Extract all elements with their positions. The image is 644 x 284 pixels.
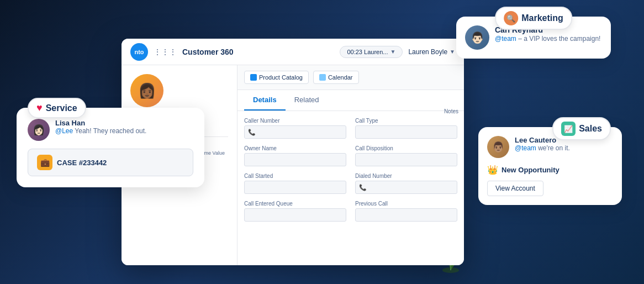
previous-call-label: Previous Call bbox=[355, 201, 457, 207]
marketing-badge: 🔍 Marketing bbox=[495, 7, 572, 30]
sales-badge-label: Sales bbox=[579, 124, 602, 134]
search-icon: 🔍 bbox=[504, 11, 518, 25]
service-card: ♥ Service 👩🏻 Lisa Han @Lee Yeah! They re… bbox=[17, 108, 204, 187]
call-started-label: Call Started bbox=[244, 173, 346, 179]
caller-number-field: Caller Number 📞 bbox=[244, 118, 346, 139]
calendar-icon bbox=[319, 74, 326, 81]
carl-avatar: 👨🏻 bbox=[465, 25, 489, 50]
dialed-number-field: Dialed Number 📞 bbox=[355, 173, 457, 194]
call-started-field: Call Started bbox=[244, 173, 346, 194]
opportunity-row: 👑 New Opportunity bbox=[487, 165, 613, 175]
lee-message-text: we're on it. bbox=[538, 144, 570, 152]
carl-message-text: – a VIP loves the campaign! bbox=[518, 35, 600, 43]
chevron-down-icon: ▼ bbox=[450, 49, 455, 55]
call-entered-queue-field: Call Entered Queue bbox=[244, 201, 346, 222]
caller-number-input[interactable]: 📞 bbox=[244, 125, 346, 139]
service-message-content: Lisa Han @Lee Yeah! They reached out. bbox=[55, 119, 146, 135]
phone-icon: 📞 bbox=[248, 129, 256, 136]
lisa-name: Lisa Han bbox=[55, 119, 146, 127]
crown-icon: 👑 bbox=[487, 165, 498, 175]
carl-message: @team – a VIP loves the campaign! bbox=[495, 34, 600, 44]
chevron-down-icon: ▼ bbox=[390, 49, 395, 55]
lisa-message-text: Yeah! They reached out. bbox=[75, 127, 146, 135]
phone-icon-2: 📞 bbox=[359, 184, 367, 191]
call-status-text: 00:23 Lauren... bbox=[347, 49, 388, 55]
lee-message: @team we're on it. bbox=[515, 144, 570, 152]
product-catalog-label: Product Catalog bbox=[259, 74, 303, 81]
service-badge: ♥ Service bbox=[28, 98, 86, 118]
owner-name-field: Owner Name bbox=[244, 145, 346, 166]
profile-avatar: 👩🏾 bbox=[130, 74, 163, 107]
chart-icon: 📈 bbox=[561, 122, 576, 136]
opportunity-label: New Opportunity bbox=[502, 166, 559, 174]
calendar-button[interactable]: Calendar bbox=[313, 71, 359, 84]
call-type-label: Call Type bbox=[355, 118, 457, 124]
nto-logo: nto bbox=[130, 43, 148, 61]
lisa-avatar: 👩🏻 bbox=[28, 119, 50, 141]
marketing-badge-label: Marketing bbox=[521, 13, 563, 23]
call-type-field: Call Type bbox=[355, 118, 457, 139]
service-badge-label: Service bbox=[46, 103, 77, 113]
notes-section: Notes bbox=[444, 108, 458, 117]
heart-icon: ♥ bbox=[36, 102, 43, 114]
tab-related[interactable]: Related bbox=[286, 90, 328, 111]
service-message: 👩🏻 Lisa Han @Lee Yeah! They reached out. bbox=[28, 119, 193, 141]
call-type-input[interactable] bbox=[355, 125, 457, 139]
call-disposition-input[interactable] bbox=[355, 153, 457, 166]
user-name-text: Lauren Boyle bbox=[408, 48, 447, 56]
lee-avatar: 👨🏽 bbox=[487, 136, 509, 158]
case-badge: 💼 CASE #233442 bbox=[28, 149, 193, 176]
team-mention-marketing: @team bbox=[495, 35, 516, 43]
call-disposition-label: Call Disposition bbox=[355, 145, 457, 151]
view-account-button[interactable]: View Account bbox=[487, 181, 543, 196]
previous-call-field: Previous Call bbox=[355, 201, 457, 222]
sales-badge: 📈 Sales bbox=[552, 117, 611, 140]
lisa-message: @Lee Yeah! They reached out. bbox=[55, 127, 146, 135]
lee-mention: @Lee bbox=[55, 127, 73, 135]
call-entered-queue-input[interactable] bbox=[244, 208, 346, 222]
dialed-number-input[interactable]: 📞 bbox=[355, 181, 457, 194]
team-mention-sales: @team bbox=[515, 144, 536, 152]
call-badge[interactable]: 00:23 Lauren... ▼ bbox=[340, 46, 403, 58]
crm-toolbar: Product Catalog Calendar bbox=[237, 65, 464, 90]
caller-number-label: Caller Number bbox=[244, 118, 346, 124]
tab-details[interactable]: Details bbox=[244, 90, 286, 111]
sales-card: 📈 Sales 👨🏽 Lee Cautero @team we're on it… bbox=[478, 127, 622, 205]
product-catalog-icon bbox=[250, 74, 257, 81]
case-number: CASE #233442 bbox=[57, 159, 107, 167]
notes-label: Notes bbox=[444, 108, 458, 114]
briefcase-icon: 💼 bbox=[37, 155, 52, 170]
owner-name-input[interactable] bbox=[244, 153, 346, 166]
crm-tabs: Details Related bbox=[237, 90, 464, 111]
dialed-number-label: Dialed Number bbox=[355, 173, 457, 179]
marketing-card: 🔍 Marketing 👨🏻 Carl Reynard @team – a VI… bbox=[456, 17, 611, 59]
crm-form: Caller Number 📞 Call Type Owner Name Cal… bbox=[237, 111, 464, 228]
call-entered-queue-label: Call Entered Queue bbox=[244, 201, 346, 207]
call-disposition-field: Call Disposition bbox=[355, 145, 457, 166]
previous-call-input[interactable] bbox=[355, 208, 457, 222]
crm-topbar: nto ⋮⋮⋮ Customer 360 00:23 Lauren... ▼ L… bbox=[122, 39, 464, 65]
call-started-input[interactable] bbox=[244, 181, 346, 194]
crm-title: Customer 360 bbox=[182, 48, 334, 56]
product-catalog-button[interactable]: Product Catalog bbox=[244, 71, 309, 84]
grid-icon: ⋮⋮⋮ bbox=[154, 48, 177, 56]
calendar-label: Calendar bbox=[328, 74, 353, 81]
crm-main: Product Catalog Calendar Details Related… bbox=[237, 65, 464, 265]
user-badge[interactable]: Lauren Boyle ▼ bbox=[408, 48, 455, 56]
owner-name-label: Owner Name bbox=[244, 145, 346, 151]
